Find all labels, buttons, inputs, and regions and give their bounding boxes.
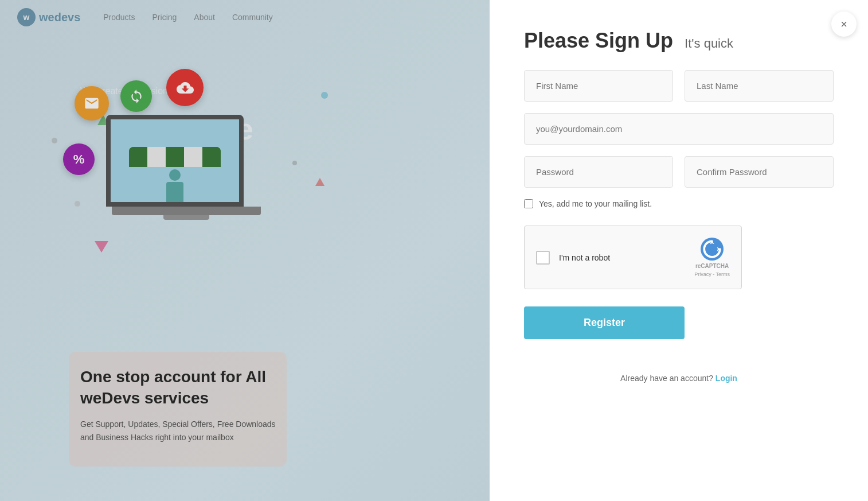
signup-modal: Please Sign Up It's quick [490, 0, 868, 501]
email-input[interactable] [524, 113, 834, 145]
mailing-list-label[interactable]: Yes, add me to your mailing list. [539, 199, 652, 208]
recaptcha-widget[interactable]: I'm not a robot reCAPTCHA Privacy - Term… [524, 226, 742, 289]
modal-title: Please Sign Up It's quick [524, 29, 834, 53]
first-name-input[interactable] [524, 70, 673, 102]
recaptcha-logo-icon [701, 238, 724, 261]
password-row [524, 156, 834, 188]
mailing-list-row: Yes, add me to your mailing list. [524, 199, 834, 208]
recaptcha-label: I'm not a robot [559, 253, 610, 262]
password-input[interactable] [524, 156, 673, 188]
email-row [524, 113, 834, 145]
recaptcha-left: I'm not a robot [536, 251, 610, 265]
name-row [524, 70, 834, 102]
close-icon: × [840, 18, 847, 31]
title-main: Please Sign Up [524, 29, 673, 52]
mailing-list-checkbox[interactable] [524, 199, 533, 208]
signup-form: Yes, add me to your mailing list. I'm no… [524, 70, 834, 383]
recaptcha-brand-label: reCAPTCHA [695, 263, 729, 269]
login-link[interactable]: Login [715, 374, 737, 383]
recaptcha-links-label: Privacy - Terms [694, 271, 730, 277]
close-button[interactable]: × [831, 11, 857, 37]
register-button[interactable]: Register [524, 306, 685, 339]
last-name-input[interactable] [685, 70, 834, 102]
recaptcha-checkbox[interactable] [536, 251, 550, 265]
first-name-group [524, 70, 673, 102]
confirm-password-group [685, 156, 834, 188]
already-account-text: Already have an account? [620, 374, 713, 383]
recaptcha-right: reCAPTCHA Privacy - Terms [694, 238, 730, 277]
confirm-password-input[interactable] [685, 156, 834, 188]
last-name-group [685, 70, 834, 102]
password-group [524, 156, 673, 188]
title-subtitle: It's quick [685, 36, 733, 51]
login-row: Already have an account? Login [524, 374, 834, 383]
